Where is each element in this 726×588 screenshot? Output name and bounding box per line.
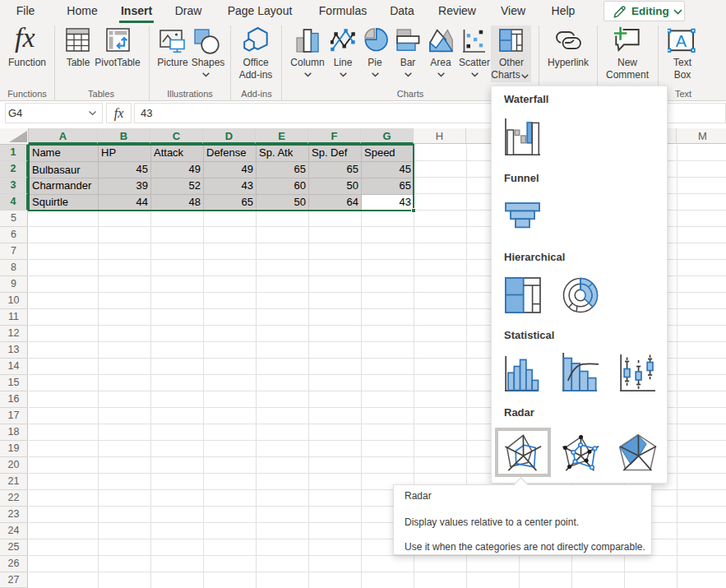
- svg-text:A: A: [676, 32, 687, 50]
